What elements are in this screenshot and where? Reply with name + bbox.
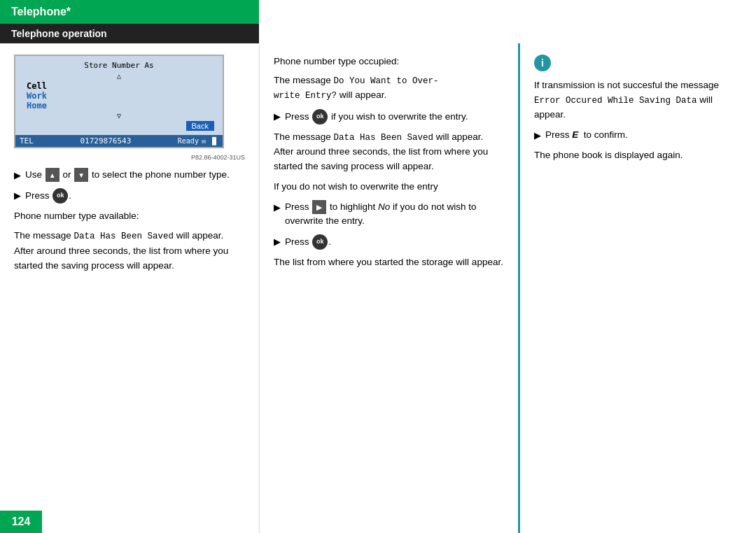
page-footer: 124 <box>0 511 42 533</box>
transmission-message: If transmission is not succesful the mes… <box>534 78 742 122</box>
left-bullet-1: ▶ Use ▲ or ▼ to select the phone number … <box>14 168 245 183</box>
section-title: Telephone operation <box>11 28 107 39</box>
left-column: Store Number As △ Cell Work Home ▽ Back … <box>0 43 259 533</box>
mid-bullet-2-text: Press ▶ to highlight No if you do not wi… <box>285 200 504 229</box>
up-button-icon: ▲ <box>46 168 59 182</box>
mid-bullet-3: ▶ Press ok. <box>274 234 504 250</box>
mid-bullet-1: ▶ Press ok if you wish to overwrite the … <box>274 109 504 125</box>
page-number: 124 <box>12 516 31 528</box>
phone-part-number: P82.86-4002-31US <box>14 154 245 161</box>
mid-bullet-list-1: ▶ Press ok if you wish to overwrite the … <box>274 109 504 125</box>
phone-book-displayed: The phone book is displayed again. <box>534 148 742 163</box>
bullet-arrow-2: ▶ <box>14 189 21 203</box>
list-appear-text: The list from where you started the stor… <box>274 255 504 270</box>
phone-number-occupied-title: Phone number type occupied: <box>274 55 504 69</box>
phone-screen-title: Store Number As <box>21 59 217 72</box>
phone-status-icons: ✉ ▐▌ <box>202 137 218 145</box>
ok-button-icon-1: ok <box>52 188 68 204</box>
right-bullet-arrow-1: ▶ <box>534 129 541 143</box>
page-title: Telephone* <box>11 6 71 17</box>
phone-screen-mockup: Store Number As △ Cell Work Home ▽ Back … <box>14 55 224 148</box>
phone-status-bar: TEL 01729876543 Ready ✉ ▐▌ <box>15 135 223 147</box>
bullet-arrow-1: ▶ <box>14 169 21 183</box>
right-nav-button-icon: ▶ <box>312 200 326 214</box>
mid-bullet-arrow-3: ▶ <box>274 235 281 249</box>
phone-arrow-down: ▽ <box>21 112 217 120</box>
left-bullet-2: ▶ Press ok. <box>14 188 245 204</box>
down-button-icon: ▼ <box>74 168 88 182</box>
data-saved-message-2: The message Data Has Been Saved will app… <box>274 130 504 174</box>
phone-back-button: Back <box>186 121 214 131</box>
data-saved-message: The message Data Has Been Saved will app… <box>14 229 245 273</box>
overwrite-code: Do You Want to Over-write Entry? <box>274 76 439 101</box>
ok-button-icon-2: ok <box>312 109 328 125</box>
data-saved-code-2: Data Has Been Saved <box>334 133 434 143</box>
right-bullet-1: ▶ Press E to confirm. <box>534 128 742 143</box>
phone-status-ready: Ready <box>178 137 199 145</box>
page-body: Store Number As △ Cell Work Home ▽ Back … <box>0 43 756 533</box>
header-bar: Telephone* <box>0 0 259 24</box>
phone-status-number: 01729876543 <box>80 136 131 145</box>
mid-bullet-2: ▶ Press ▶ to highlight No if you do not … <box>274 200 504 229</box>
mid-column: Phone number type occupied: The message … <box>259 43 518 533</box>
error-code: Error Occured While Saving Data <box>534 96 697 106</box>
phone-type-available-label: Phone number type available: <box>14 209 245 224</box>
phone-status-tel: TEL <box>20 136 34 145</box>
e-button-label: E <box>572 129 578 140</box>
data-saved-code: Data Has Been Saved <box>74 232 174 241</box>
right-bullet-1-text: Press E to confirm. <box>545 128 628 142</box>
left-bullet-1-text: Use ▲ or ▼ to select the phone number ty… <box>25 168 230 182</box>
left-bullet-list: ▶ Use ▲ or ▼ to select the phone number … <box>14 168 245 204</box>
mid-bullet-1-text: Press ok if you wish to overwrite the en… <box>285 109 468 125</box>
phone-back-row: Back <box>21 120 217 132</box>
phone-menu-items: Cell Work Home <box>21 80 217 112</box>
left-bullet-2-text: Press ok. <box>25 188 71 204</box>
phone-menu-work: Work <box>27 91 211 101</box>
mid-bullet-arrow-1: ▶ <box>274 110 281 124</box>
mid-bullet-list-2: ▶ Press ▶ to highlight No if you do not … <box>274 200 504 250</box>
no-overwrite-title: If you do not wish to overwrite the entr… <box>274 180 504 194</box>
mid-bullet-3-text: Press ok. <box>285 234 331 250</box>
right-bullet-list: ▶ Press E to confirm. <box>534 128 742 143</box>
phone-status-right: Ready ✉ ▐▌ <box>178 137 218 145</box>
info-icon: i <box>534 55 551 71</box>
ok-button-icon-3: ok <box>312 234 328 250</box>
right-column: i If transmission is not succesful the m… <box>518 43 756 533</box>
phone-menu-cell: Cell <box>27 81 211 91</box>
phone-menu-home: Home <box>27 101 211 111</box>
subheader-bar: Telephone operation <box>0 24 259 43</box>
overwrite-message: The message Do You Want to Over-write En… <box>274 73 504 104</box>
phone-arrow-up: △ <box>21 72 217 80</box>
mid-bullet-arrow-2: ▶ <box>274 201 281 215</box>
